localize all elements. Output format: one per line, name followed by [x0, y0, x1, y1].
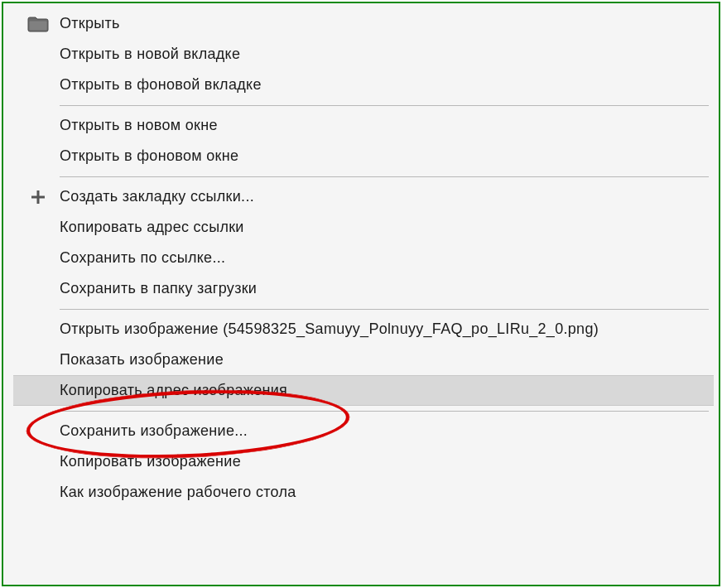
menu-item-open[interactable]: Открыть	[13, 8, 714, 39]
menu-item-save-image-as[interactable]: Сохранить изображение...	[13, 416, 714, 446]
plus-icon	[26, 188, 50, 206]
menu-item-open-bg-tab[interactable]: Открыть в фоновой вкладке	[13, 70, 714, 100]
menu-item-label: Открыть изображение (54598325_Samuyy_Pol…	[60, 321, 599, 338]
menu-item-label: Сохранить изображение...	[60, 422, 248, 440]
menu-item-label: Создать закладку ссылки...	[60, 188, 254, 205]
menu-item-save-to-downloads[interactable]: Сохранить в папку загрузки	[13, 273, 714, 304]
menu-separator	[13, 100, 714, 110]
context-menu: ОткрытьОткрыть в новой вкладкеОткрыть в …	[13, 8, 714, 580]
menu-item-open-new-window[interactable]: Открыть в новом окне	[13, 110, 714, 141]
outer-frame: ОткрытьОткрыть в новой вкладкеОткрыть в …	[2, 2, 720, 586]
menu-item-label: Копировать адрес ссылки	[60, 219, 244, 236]
menu-item-copy-image[interactable]: Копировать изображение	[13, 446, 714, 477]
menu-item-label: Копировать изображение	[60, 453, 241, 470]
menu-item-set-as-wallpaper[interactable]: Как изображение рабочего стола	[13, 477, 714, 508]
menu-item-label: Открыть в фоновой вкладке	[60, 76, 262, 94]
menu-item-label: Сохранить по ссылке...	[60, 249, 225, 267]
menu-item-copy-image-address[interactable]: Копировать адрес изображения	[13, 375, 714, 406]
menu-item-open-new-tab[interactable]: Открыть в новой вкладке	[13, 39, 714, 70]
menu-item-open-image[interactable]: Открыть изображение (54598325_Samuyy_Pol…	[13, 314, 714, 345]
menu-item-label: Открыть в новом окне	[60, 117, 218, 134]
menu-item-label: Открыть в фоновом окне	[60, 147, 238, 165]
menu-item-copy-link-address[interactable]: Копировать адрес ссылки	[13, 212, 714, 243]
svg-rect-2	[31, 195, 45, 198]
folder-icon	[26, 15, 50, 33]
menu-item-show-image[interactable]: Показать изображение	[13, 345, 714, 375]
svg-rect-0	[30, 21, 47, 30]
menu-item-label: Показать изображение	[60, 351, 224, 369]
menu-item-label: Открыть	[60, 15, 120, 32]
menu-item-save-link-as[interactable]: Сохранить по ссылке...	[13, 243, 714, 273]
menu-item-label: Сохранить в папку загрузки	[60, 280, 257, 297]
menu-item-label: Как изображение рабочего стола	[60, 484, 296, 501]
menu-separator	[13, 304, 714, 314]
menu-separator	[13, 406, 714, 416]
menu-item-label: Открыть в новой вкладке	[60, 46, 240, 63]
menu-item-bookmark-link[interactable]: Создать закладку ссылки...	[13, 181, 714, 212]
menu-item-open-bg-window[interactable]: Открыть в фоновом окне	[13, 141, 714, 171]
menu-separator	[13, 171, 714, 181]
menu-item-label: Копировать адрес изображения	[60, 382, 287, 399]
